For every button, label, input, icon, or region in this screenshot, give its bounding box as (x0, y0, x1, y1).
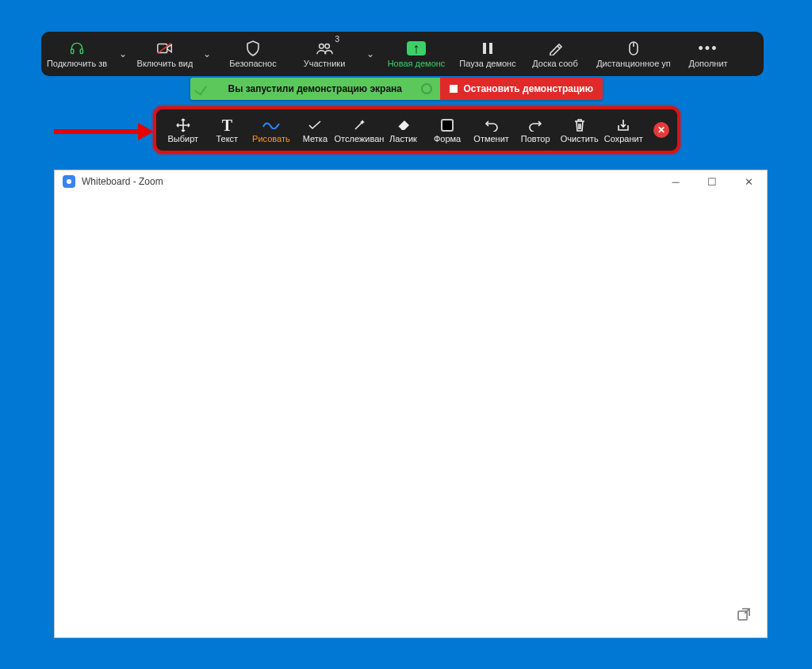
format-label: Форма (434, 134, 461, 143)
svg-rect-6 (483, 43, 486, 54)
redo-label: Повтор (521, 134, 550, 143)
start-video-caret[interactable]: ⌄ (197, 48, 217, 59)
spotlight-label: Отслеживан (335, 134, 385, 143)
pause-share-button[interactable]: Пауза демонс (452, 32, 523, 76)
select-tool[interactable]: Выбирт (161, 109, 205, 151)
share-status-text: Вы запустили демонстрацию экрана (228, 83, 403, 94)
join-audio-caret[interactable]: ⌄ (113, 48, 133, 59)
video-off-icon (156, 40, 174, 57)
more-button[interactable]: ••• Дополнит (680, 32, 736, 76)
svg-point-5 (325, 44, 330, 49)
start-video-button[interactable]: Включить вид (133, 32, 197, 76)
svg-rect-7 (489, 43, 492, 54)
stop-share-label: Остановить демонстрацию (464, 83, 593, 94)
participants-label: Участники (304, 59, 346, 68)
stop-share-button[interactable]: Остановить демонстрацию (440, 78, 603, 100)
annotation-arrow (54, 123, 154, 139)
undo-icon (485, 117, 499, 134)
redo-icon (528, 117, 542, 134)
more-label: Дополнит (688, 59, 727, 68)
eraser-label: Ластик (389, 134, 417, 143)
window-title: Whiteboard - Zoom (82, 176, 163, 187)
stamp-tool[interactable]: Метка (293, 109, 338, 151)
stop-icon (450, 85, 458, 93)
minimize-button[interactable]: ─ (657, 170, 694, 193)
annotation-toolbar: Выбирт T Текст Рисовать Метка Отслеживан… (153, 106, 680, 154)
trash-icon (573, 117, 586, 134)
join-audio-label: Подключить зв (47, 59, 107, 68)
participants-count: 3 (335, 35, 339, 44)
svg-rect-0 (71, 49, 74, 54)
save-label: Сохранит (604, 134, 643, 143)
stamp-label: Метка (303, 134, 327, 143)
eraser-tool[interactable]: Ластик (381, 109, 426, 151)
new-share-label: Новая демонс (388, 59, 446, 68)
security-button[interactable]: Безопаснос (217, 32, 289, 76)
share-screen-icon: ↑ (407, 40, 426, 57)
redo-button[interactable]: Повтор (513, 109, 557, 151)
popout-button[interactable] (735, 606, 753, 623)
save-button[interactable]: Сохранит (601, 109, 645, 151)
eraser-icon (396, 117, 411, 134)
close-annotation-button[interactable]: ✕ (653, 122, 669, 138)
select-label: Выбирт (167, 134, 198, 143)
whiteboard-button[interactable]: Доска сооб (523, 32, 587, 76)
undo-button[interactable]: Отменит (469, 109, 514, 151)
more-icon: ••• (699, 40, 718, 57)
move-icon (176, 117, 190, 134)
whiteboard-window: Whiteboard - Zoom ─ ☐ ✕ (54, 170, 768, 638)
draw-tool[interactable]: Рисовать (249, 109, 293, 151)
close-window-button[interactable]: ✕ (730, 170, 767, 193)
draw-label: Рисовать (252, 134, 290, 143)
window-controls: ─ ☐ ✕ (657, 170, 767, 193)
share-status: Вы запустили демонстрацию экрана (190, 78, 440, 100)
participants-button[interactable]: 3 Участники (289, 32, 360, 76)
share-notification-bar: Вы запустили демонстрацию экрана Останов… (190, 78, 603, 100)
pause-icon (481, 40, 494, 57)
maximize-button[interactable]: ☐ (694, 170, 730, 193)
format-icon (441, 117, 454, 134)
mouse-icon (628, 40, 639, 57)
security-label: Безопаснос (229, 59, 276, 68)
check-icon (308, 117, 322, 134)
save-icon (616, 117, 630, 134)
headphones-icon (69, 40, 85, 57)
svg-rect-2 (158, 44, 167, 53)
zoom-app-icon (63, 175, 75, 188)
svg-line-3 (158, 44, 171, 54)
spotlight-tool[interactable]: Отслеживан (337, 109, 381, 151)
text-tool[interactable]: T Текст (205, 109, 250, 151)
participants-icon: 3 (316, 40, 333, 57)
pause-share-label: Пауза демонс (459, 59, 515, 68)
new-share-button[interactable]: ↑ Новая демонс (381, 32, 452, 76)
shield-icon (246, 40, 260, 57)
format-tool[interactable]: Форма (425, 109, 469, 151)
start-video-label: Включить вид (137, 59, 193, 68)
svg-point-4 (320, 44, 324, 49)
remote-control-label: Дистанционное уп (596, 59, 671, 68)
remote-control-button[interactable]: Дистанционное уп (587, 32, 680, 76)
wand-icon (352, 117, 366, 134)
clear-label: Очистить (561, 134, 599, 143)
text-label: Текст (216, 134, 238, 143)
clear-button[interactable]: Очистить (557, 109, 602, 151)
text-icon: T (222, 117, 232, 134)
pencil-icon (548, 40, 562, 57)
main-toolbar: Подключить зв ⌄ Включить вид ⌄ Безопасно… (41, 32, 764, 76)
undo-label: Отменит (473, 134, 509, 143)
join-audio-button[interactable]: Подключить зв (41, 32, 113, 76)
participants-caret[interactable]: ⌄ (360, 48, 381, 59)
whiteboard-label: Доска сооб (532, 59, 578, 68)
svg-rect-1 (80, 49, 82, 54)
draw-icon (262, 117, 280, 134)
